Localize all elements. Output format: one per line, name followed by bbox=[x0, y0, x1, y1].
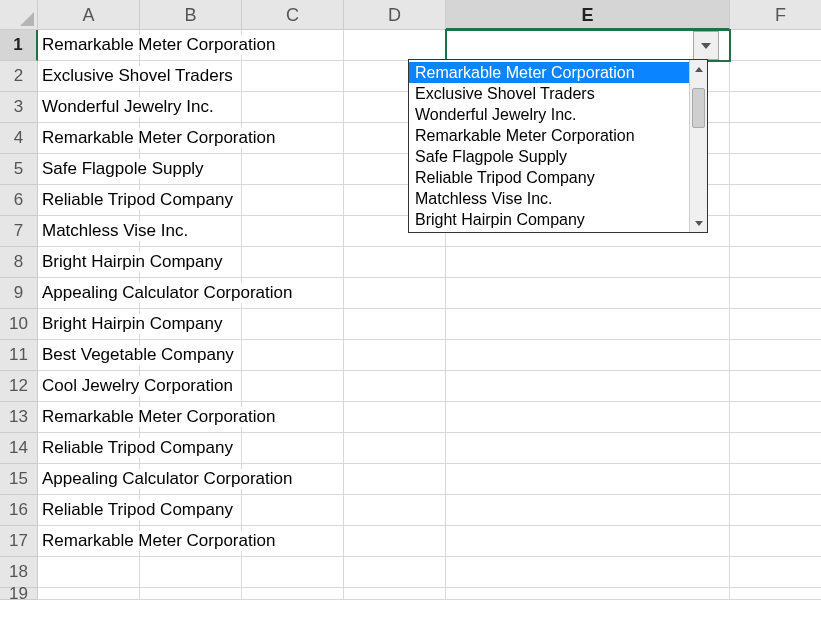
row-header-16[interactable]: 16 bbox=[0, 495, 38, 526]
dropdown-item[interactable]: Exclusive Shovel Traders bbox=[409, 83, 689, 104]
cell-F13[interactable] bbox=[730, 402, 821, 433]
cell-A9[interactable]: Appealing Calculator Corporation bbox=[38, 278, 140, 309]
dropdown-item[interactable]: Remarkable Meter Corporation bbox=[409, 62, 689, 83]
cell-C8[interactable] bbox=[242, 247, 344, 278]
cell-E15[interactable] bbox=[446, 464, 730, 495]
row-header-6[interactable]: 6 bbox=[0, 185, 38, 216]
cell-B19[interactable] bbox=[140, 588, 242, 600]
data-validation-dropdown-button[interactable] bbox=[693, 31, 719, 60]
cell-E12[interactable] bbox=[446, 371, 730, 402]
cell-D19[interactable] bbox=[344, 588, 446, 600]
dropdown-item[interactable]: Remarkable Meter Corporation bbox=[409, 125, 689, 146]
cell-D1[interactable] bbox=[344, 30, 446, 61]
cell-F5[interactable] bbox=[730, 154, 821, 185]
cell-C16[interactable] bbox=[242, 495, 344, 526]
cell-A16[interactable]: Reliable Tripod Company bbox=[38, 495, 140, 526]
cell-A19[interactable] bbox=[38, 588, 140, 600]
cell-A2[interactable]: Exclusive Shovel Traders bbox=[38, 61, 140, 92]
column-header-C[interactable]: C bbox=[242, 0, 344, 30]
cell-D10[interactable] bbox=[344, 309, 446, 340]
cell-C18[interactable] bbox=[242, 557, 344, 588]
cell-C11[interactable] bbox=[242, 340, 344, 371]
cell-C14[interactable] bbox=[242, 433, 344, 464]
row-header-13[interactable]: 13 bbox=[0, 402, 38, 433]
cell-F18[interactable] bbox=[730, 557, 821, 588]
row-header-19[interactable]: 19 bbox=[0, 588, 38, 600]
cell-E19[interactable] bbox=[446, 588, 730, 600]
cell-F14[interactable] bbox=[730, 433, 821, 464]
row-header-15[interactable]: 15 bbox=[0, 464, 38, 495]
cell-D17[interactable] bbox=[344, 526, 446, 557]
cell-F3[interactable] bbox=[730, 92, 821, 123]
scroll-up-button[interactable] bbox=[690, 60, 707, 78]
cell-E1[interactable] bbox=[446, 30, 730, 61]
cell-B18[interactable] bbox=[140, 557, 242, 588]
cell-F16[interactable] bbox=[730, 495, 821, 526]
cell-F7[interactable] bbox=[730, 216, 821, 247]
cell-D14[interactable] bbox=[344, 433, 446, 464]
scroll-down-button[interactable] bbox=[690, 214, 707, 232]
cell-E9[interactable] bbox=[446, 278, 730, 309]
row-header-9[interactable]: 9 bbox=[0, 278, 38, 309]
cell-D16[interactable] bbox=[344, 495, 446, 526]
cell-A11[interactable]: Best Vegetable Company bbox=[38, 340, 140, 371]
cell-A8[interactable]: Bright Hairpin Company bbox=[38, 247, 140, 278]
column-header-E[interactable]: E bbox=[446, 0, 730, 30]
column-header-D[interactable]: D bbox=[344, 0, 446, 30]
cell-E13[interactable] bbox=[446, 402, 730, 433]
cell-F17[interactable] bbox=[730, 526, 821, 557]
cell-D15[interactable] bbox=[344, 464, 446, 495]
cell-C6[interactable] bbox=[242, 185, 344, 216]
cell-A5[interactable]: Safe Flagpole Supply bbox=[38, 154, 140, 185]
column-header-A[interactable]: A bbox=[38, 0, 140, 30]
cell-A10[interactable]: Bright Hairpin Company bbox=[38, 309, 140, 340]
cell-E17[interactable] bbox=[446, 526, 730, 557]
cell-F9[interactable] bbox=[730, 278, 821, 309]
cell-F19[interactable] bbox=[730, 588, 821, 600]
cell-F15[interactable] bbox=[730, 464, 821, 495]
cell-C12[interactable] bbox=[242, 371, 344, 402]
cell-F8[interactable] bbox=[730, 247, 821, 278]
cell-E18[interactable] bbox=[446, 557, 730, 588]
data-validation-dropdown-list[interactable]: Remarkable Meter CorporationExclusive Sh… bbox=[408, 59, 708, 233]
cell-A13[interactable]: Remarkable Meter Corporation bbox=[38, 402, 140, 433]
cell-D13[interactable] bbox=[344, 402, 446, 433]
dropdown-item[interactable]: Wonderful Jewelry Inc. bbox=[409, 104, 689, 125]
cell-D11[interactable] bbox=[344, 340, 446, 371]
cell-A7[interactable]: Matchless Vise Inc. bbox=[38, 216, 140, 247]
dropdown-item[interactable]: Bright Hairpin Company bbox=[409, 209, 689, 230]
cell-F1[interactable] bbox=[730, 30, 821, 61]
cell-F11[interactable] bbox=[730, 340, 821, 371]
cell-D18[interactable] bbox=[344, 557, 446, 588]
cell-A3[interactable]: Wonderful Jewelry Inc. bbox=[38, 92, 140, 123]
cell-A14[interactable]: Reliable Tripod Company bbox=[38, 433, 140, 464]
cell-F6[interactable] bbox=[730, 185, 821, 216]
dropdown-item[interactable]: Matchless Vise Inc. bbox=[409, 188, 689, 209]
cell-F2[interactable] bbox=[730, 61, 821, 92]
row-header-7[interactable]: 7 bbox=[0, 216, 38, 247]
dropdown-item[interactable]: Reliable Tripod Company bbox=[409, 167, 689, 188]
cell-D12[interactable] bbox=[344, 371, 446, 402]
row-header-12[interactable]: 12 bbox=[0, 371, 38, 402]
cell-D9[interactable] bbox=[344, 278, 446, 309]
cell-A17[interactable]: Remarkable Meter Corporation bbox=[38, 526, 140, 557]
column-header-F[interactable]: F bbox=[730, 0, 821, 30]
row-header-4[interactable]: 4 bbox=[0, 123, 38, 154]
cell-C19[interactable] bbox=[242, 588, 344, 600]
cell-A15[interactable]: Appealing Calculator Corporation bbox=[38, 464, 140, 495]
select-all-corner[interactable] bbox=[0, 0, 38, 30]
row-header-11[interactable]: 11 bbox=[0, 340, 38, 371]
dropdown-item[interactable]: Safe Flagpole Supply bbox=[409, 146, 689, 167]
cell-C5[interactable] bbox=[242, 154, 344, 185]
cell-E11[interactable] bbox=[446, 340, 730, 371]
cell-A1[interactable]: Remarkable Meter Corporation bbox=[38, 30, 140, 61]
cell-A4[interactable]: Remarkable Meter Corporation bbox=[38, 123, 140, 154]
row-header-17[interactable]: 17 bbox=[0, 526, 38, 557]
cell-C3[interactable] bbox=[242, 92, 344, 123]
column-header-B[interactable]: B bbox=[140, 0, 242, 30]
cell-E8[interactable] bbox=[446, 247, 730, 278]
cell-F12[interactable] bbox=[730, 371, 821, 402]
cell-F10[interactable] bbox=[730, 309, 821, 340]
cell-E14[interactable] bbox=[446, 433, 730, 464]
cell-E16[interactable] bbox=[446, 495, 730, 526]
